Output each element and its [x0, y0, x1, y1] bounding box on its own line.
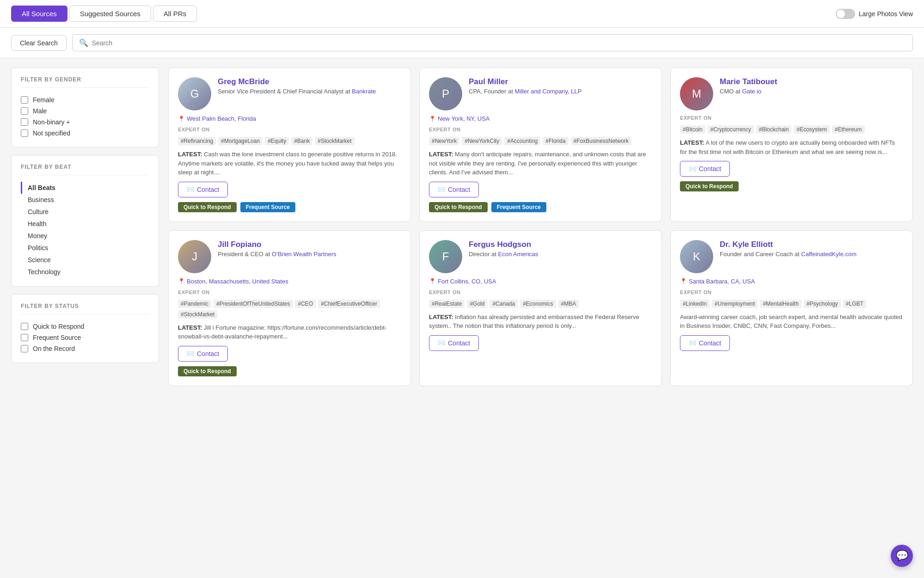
avatar: M: [680, 77, 713, 111]
not-specified-checkbox[interactable]: [21, 129, 28, 137]
nonbinary-label: Non-binary +: [33, 118, 70, 126]
tab-all-prs[interactable]: All PRs: [153, 6, 197, 22]
location: 📍 Santa Barbara, CA, USA: [680, 278, 903, 285]
card-title: Director at Econ Americas: [469, 250, 538, 258]
contact-label: Contact: [197, 350, 219, 357]
contact-label: Contact: [699, 165, 721, 172]
expert-on-label: EXPERT ON: [429, 289, 652, 295]
male-label: Male: [33, 107, 47, 115]
beat-all-beats[interactable]: All Beats: [21, 182, 149, 194]
latest-label: LATEST:: [429, 314, 453, 320]
tag: #ChiefExecutiveOfficer: [318, 300, 380, 308]
card-name: Greg McBride: [218, 77, 376, 86]
location: 📍 Boston, Massachusetts, United States: [178, 278, 401, 285]
tag: #StockMarket: [315, 137, 354, 145]
card-header: F Fergus Hodgson Director at Econ Americ…: [429, 240, 652, 273]
tag: #MortgageLoan: [218, 137, 263, 145]
card-name: Dr. Kyle Elliott: [720, 240, 857, 249]
card-title: President & CEO at O'Brien Wealth Partne…: [218, 250, 337, 258]
status-badge: Frequent Source: [491, 202, 546, 212]
card-badges: Quick to RespondFrequent Source: [429, 202, 652, 212]
chat-bubble[interactable]: 💬: [891, 545, 913, 567]
location: 📍 New York, NY, USA: [429, 115, 652, 122]
beat-science[interactable]: Science: [21, 254, 149, 266]
filter-status-title: FILTER BY STATUS: [21, 303, 149, 314]
frequent-checkbox[interactable]: [21, 334, 28, 341]
card-name: Jill Fopiano: [218, 240, 337, 249]
card-title: Senior Vice President & Chief Financial …: [218, 87, 376, 96]
filter-male[interactable]: Male: [21, 105, 149, 117]
filter-gender-title: FILTER BY GENDER: [21, 76, 149, 88]
beat-culture[interactable]: Culture: [21, 206, 149, 218]
beat-business[interactable]: Business: [21, 194, 149, 206]
card-info: Paul Miller CPA, Founder at Miller and C…: [469, 77, 581, 96]
filter-quick-to-respond[interactable]: Quick to Respond: [21, 321, 149, 332]
filter-on-the-record[interactable]: On the Record: [21, 343, 149, 354]
contact-icon: ✉️: [187, 350, 194, 357]
card-badges: Quick to Respond: [178, 366, 401, 376]
large-photos-switch[interactable]: [836, 9, 855, 19]
beat-politics[interactable]: Politics: [21, 242, 149, 254]
company-link[interactable]: Gate.io: [742, 88, 761, 95]
beat-health[interactable]: Health: [21, 218, 149, 230]
latest-label: LATEST:: [178, 151, 202, 158]
contact-button[interactable]: ✉️ Contact: [429, 182, 479, 197]
filter-status-section: FILTER BY STATUS Quick to Respond Freque…: [11, 294, 159, 363]
latest-text: LATEST: Jill i Fortune magazine: https:/…: [178, 323, 401, 341]
tag: #Florida: [543, 137, 568, 145]
tag: #Cryptocurrency: [708, 125, 754, 134]
nonbinary-checkbox[interactable]: [21, 118, 28, 126]
beat-technology[interactable]: Technology: [21, 266, 149, 278]
company-link[interactable]: CaffeinatedKyle.com: [801, 251, 857, 258]
contact-icon: ✉️: [187, 186, 194, 193]
location-icon: 📍: [429, 278, 436, 284]
filter-not-specified[interactable]: Not specified: [21, 128, 149, 139]
location-icon: 📍: [178, 278, 185, 284]
tag: #NewYorkCity: [462, 137, 502, 145]
male-checkbox[interactable]: [21, 107, 28, 115]
source-card: J Jill Fopiano President & CEO at O'Brie…: [168, 230, 411, 386]
filter-female[interactable]: Female: [21, 94, 149, 105]
on-record-label: On the Record: [33, 345, 75, 352]
card-info: Greg McBride Senior Vice President & Chi…: [218, 77, 376, 96]
contact-button[interactable]: ✉️ Contact: [429, 335, 479, 351]
contact-label: Contact: [699, 339, 721, 347]
filter-frequent-source[interactable]: Frequent Source: [21, 332, 149, 343]
latest-text: LATEST: Many don't anticipate repairs, m…: [429, 150, 652, 177]
card-header: P Paul Miller CPA, Founder at Miller and…: [429, 77, 652, 111]
company-link[interactable]: Bankrate: [352, 88, 376, 95]
quick-checkbox[interactable]: [21, 323, 28, 330]
tab-all-sources[interactable]: All Sources: [11, 6, 67, 22]
female-checkbox[interactable]: [21, 96, 28, 104]
expert-on-label: EXPERT ON: [680, 289, 903, 295]
sidebar: FILTER BY GENDER Female Male Non-binary …: [11, 68, 159, 572]
company-link[interactable]: O'Brien Wealth Partners: [272, 251, 337, 258]
location-text: New York, NY, USA: [438, 115, 490, 122]
card-header: M Marie Tatibouet CMO at Gate.io: [680, 77, 903, 111]
contact-button[interactable]: ✉️ Contact: [178, 346, 228, 362]
clear-search-button[interactable]: Clear Search: [11, 35, 67, 51]
card-info: Fergus Hodgson Director at Econ Americas: [469, 240, 538, 258]
location-icon: 📍: [429, 116, 436, 122]
beat-money[interactable]: Money: [21, 230, 149, 242]
tags-container: #Pandemic#PresidentOfTheUnitedStates#CEO…: [178, 300, 401, 319]
quick-label: Quick to Respond: [33, 323, 84, 330]
status-badge: Quick to Respond: [680, 181, 739, 191]
contact-button[interactable]: ✉️ Contact: [680, 335, 730, 351]
status-badge: Frequent Source: [240, 202, 295, 212]
company-link[interactable]: Econ Americas: [498, 251, 538, 258]
source-card: K Dr. Kyle Elliott Founder and Career Co…: [670, 230, 913, 386]
tag: #Bank: [291, 137, 312, 145]
location-text: Boston, Massachusetts, United States: [187, 278, 288, 285]
on-record-checkbox[interactable]: [21, 345, 28, 352]
top-bar: All Sources Suggested Sources All PRs La…: [0, 0, 924, 28]
search-input[interactable]: [92, 39, 906, 47]
contact-icon: ✉️: [689, 166, 696, 172]
filter-nonbinary[interactable]: Non-binary +: [21, 117, 149, 128]
contact-button[interactable]: ✉️ Contact: [680, 161, 730, 177]
latest-text: LATEST: Cash was the lone investment cla…: [178, 150, 401, 177]
tab-suggested-sources[interactable]: Suggested Sources: [69, 6, 151, 22]
company-link[interactable]: Miller and Company, LLP: [514, 88, 581, 95]
latest-label: LATEST:: [429, 151, 453, 158]
contact-button[interactable]: ✉️ Contact: [178, 182, 228, 197]
